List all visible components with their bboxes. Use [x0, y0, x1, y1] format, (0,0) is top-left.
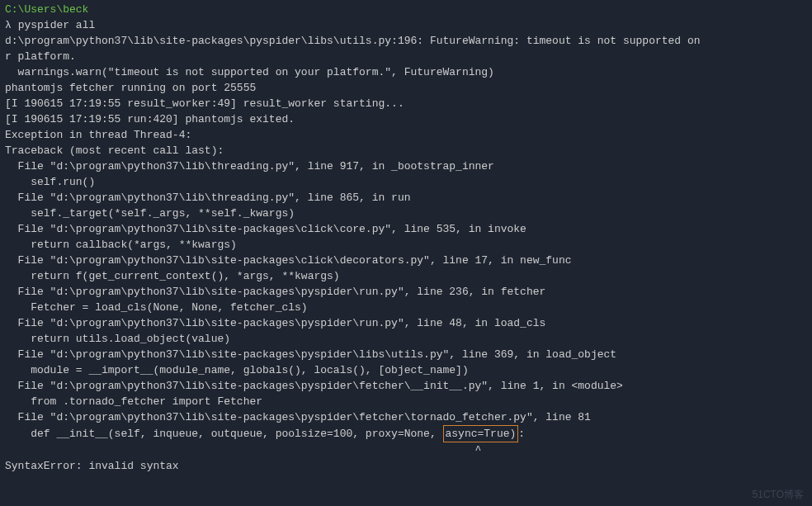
caret-line: ^: [5, 442, 807, 458]
prompt-path: C:\Users\beck: [5, 3, 88, 16]
traceback-line: File "d:\program\python37\lib\site-packa…: [5, 347, 807, 362]
traceback-line: return utils.load_object(value): [5, 331, 807, 347]
syntax-error-line: SyntaxError: invalid syntax: [5, 458, 807, 474]
traceback-line: File "d:\program\python37\lib\site-packa…: [5, 315, 807, 331]
traceback-line: File "d:\program\python37\lib\site-packa…: [5, 221, 807, 237]
prompt-path-line: C:\Users\beck: [5, 2, 807, 17]
error-line-post: :: [518, 428, 525, 440]
output-line: phantomjs fetcher running on port 25555: [5, 80, 807, 96]
output-line: [I 190615 17:19:55 run:420] phantomjs ex…: [5, 111, 807, 127]
traceback-line: Fetcher = load_cls(None, None, fetcher_c…: [5, 300, 807, 315]
output-line: d:\program\python37\lib\site-packages\py…: [5, 33, 807, 49]
output-line: warnings.warn("timeout is not supported …: [5, 64, 807, 80]
output-line: [I 190615 17:19:55 result_worker:49] res…: [5, 96, 807, 111]
traceback-line: File "d:\program\python37\lib\site-packa…: [5, 378, 807, 394]
output-line: Exception in thread Thread-4:: [5, 127, 807, 143]
traceback-line: return f(get_current_context(), *args, *…: [5, 268, 807, 284]
command-text: pyspider all: [18, 19, 96, 31]
traceback-line: File "d:\program\python37\lib\site-packa…: [5, 284, 807, 300]
error-line-pre: def __init__(self, inqueue, outqueue, po…: [5, 428, 443, 440]
traceback-line: File "d:\program\python37\lib\threading.…: [5, 190, 807, 206]
lambda-prompt: λ: [5, 19, 12, 31]
traceback-line: File "d:\program\python37\lib\site-packa…: [5, 253, 807, 268]
error-line: def __init__(self, inqueue, outqueue, po…: [5, 425, 807, 442]
output-line: r platform.: [5, 49, 807, 64]
traceback-line: return callback(*args, **kwargs): [5, 237, 807, 253]
traceback-line: self.run(): [5, 174, 807, 190]
syntax-error-highlight: async=True): [443, 425, 519, 442]
traceback-line: self._target(*self._args, **self._kwargs…: [5, 206, 807, 221]
traceback-line: File "d:\program\python37\lib\threading.…: [5, 158, 807, 174]
output-line: Traceback (most recent call last):: [5, 143, 807, 158]
command-line[interactable]: λ pyspider all: [5, 17, 807, 33]
watermark-text: 51CTO博客: [753, 487, 804, 503]
traceback-line: from .tornado_fetcher import Fetcher: [5, 394, 807, 409]
traceback-line: module = __import__(module_name, globals…: [5, 362, 807, 378]
traceback-line: File "d:\program\python37\lib\site-packa…: [5, 409, 807, 425]
